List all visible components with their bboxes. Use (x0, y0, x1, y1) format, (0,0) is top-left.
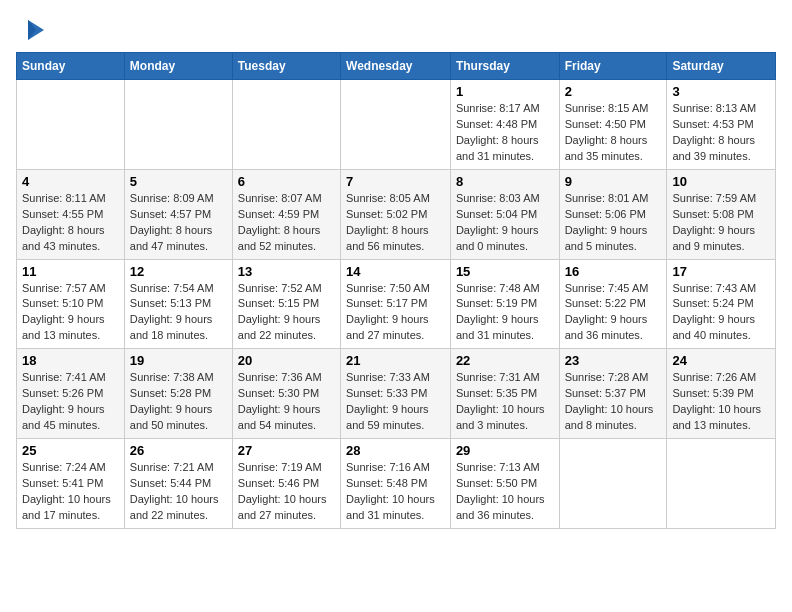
day-number: 9 (565, 174, 662, 189)
day-info: Sunrise: 7:45 AM Sunset: 5:22 PM Dayligh… (565, 281, 662, 345)
day-info: Sunrise: 7:28 AM Sunset: 5:37 PM Dayligh… (565, 370, 662, 434)
calendar-cell: 29Sunrise: 7:13 AM Sunset: 5:50 PM Dayli… (450, 439, 559, 529)
calendar-cell: 11Sunrise: 7:57 AM Sunset: 5:10 PM Dayli… (17, 259, 125, 349)
day-info: Sunrise: 8:17 AM Sunset: 4:48 PM Dayligh… (456, 101, 554, 165)
header-friday: Friday (559, 53, 667, 80)
day-number: 10 (672, 174, 770, 189)
day-number: 5 (130, 174, 227, 189)
day-number: 12 (130, 264, 227, 279)
day-info: Sunrise: 8:13 AM Sunset: 4:53 PM Dayligh… (672, 101, 770, 165)
calendar-cell: 21Sunrise: 7:33 AM Sunset: 5:33 PM Dayli… (341, 349, 451, 439)
calendar-cell: 10Sunrise: 7:59 AM Sunset: 5:08 PM Dayli… (667, 169, 776, 259)
day-number: 24 (672, 353, 770, 368)
day-number: 21 (346, 353, 445, 368)
day-number: 8 (456, 174, 554, 189)
calendar-cell: 18Sunrise: 7:41 AM Sunset: 5:26 PM Dayli… (17, 349, 125, 439)
calendar-cell: 26Sunrise: 7:21 AM Sunset: 5:44 PM Dayli… (124, 439, 232, 529)
calendar-cell: 22Sunrise: 7:31 AM Sunset: 5:35 PM Dayli… (450, 349, 559, 439)
calendar-cell: 27Sunrise: 7:19 AM Sunset: 5:46 PM Dayli… (232, 439, 340, 529)
day-info: Sunrise: 7:41 AM Sunset: 5:26 PM Dayligh… (22, 370, 119, 434)
day-number: 23 (565, 353, 662, 368)
calendar-cell (559, 439, 667, 529)
day-info: Sunrise: 7:54 AM Sunset: 5:13 PM Dayligh… (130, 281, 227, 345)
day-info: Sunrise: 7:16 AM Sunset: 5:48 PM Dayligh… (346, 460, 445, 524)
calendar-cell (232, 80, 340, 170)
calendar-cell: 9Sunrise: 8:01 AM Sunset: 5:06 PM Daylig… (559, 169, 667, 259)
logo-icon (18, 16, 46, 44)
day-number: 4 (22, 174, 119, 189)
day-info: Sunrise: 7:38 AM Sunset: 5:28 PM Dayligh… (130, 370, 227, 434)
week-row-1: 1Sunrise: 8:17 AM Sunset: 4:48 PM Daylig… (17, 80, 776, 170)
day-number: 19 (130, 353, 227, 368)
day-number: 14 (346, 264, 445, 279)
calendar-cell: 16Sunrise: 7:45 AM Sunset: 5:22 PM Dayli… (559, 259, 667, 349)
calendar-cell: 13Sunrise: 7:52 AM Sunset: 5:15 PM Dayli… (232, 259, 340, 349)
calendar-cell: 6Sunrise: 8:07 AM Sunset: 4:59 PM Daylig… (232, 169, 340, 259)
day-number: 18 (22, 353, 119, 368)
header-tuesday: Tuesday (232, 53, 340, 80)
day-info: Sunrise: 8:07 AM Sunset: 4:59 PM Dayligh… (238, 191, 335, 255)
day-number: 11 (22, 264, 119, 279)
calendar-cell: 15Sunrise: 7:48 AM Sunset: 5:19 PM Dayli… (450, 259, 559, 349)
day-info: Sunrise: 7:13 AM Sunset: 5:50 PM Dayligh… (456, 460, 554, 524)
day-number: 25 (22, 443, 119, 458)
day-info: Sunrise: 7:33 AM Sunset: 5:33 PM Dayligh… (346, 370, 445, 434)
day-info: Sunrise: 7:52 AM Sunset: 5:15 PM Dayligh… (238, 281, 335, 345)
week-row-5: 25Sunrise: 7:24 AM Sunset: 5:41 PM Dayli… (17, 439, 776, 529)
calendar-table: SundayMondayTuesdayWednesdayThursdayFrid… (16, 52, 776, 529)
logo (16, 16, 46, 44)
day-info: Sunrise: 8:05 AM Sunset: 5:02 PM Dayligh… (346, 191, 445, 255)
day-info: Sunrise: 8:01 AM Sunset: 5:06 PM Dayligh… (565, 191, 662, 255)
day-info: Sunrise: 7:19 AM Sunset: 5:46 PM Dayligh… (238, 460, 335, 524)
day-number: 13 (238, 264, 335, 279)
day-info: Sunrise: 7:43 AM Sunset: 5:24 PM Dayligh… (672, 281, 770, 345)
day-number: 15 (456, 264, 554, 279)
calendar-header-row: SundayMondayTuesdayWednesdayThursdayFrid… (17, 53, 776, 80)
day-number: 1 (456, 84, 554, 99)
header-wednesday: Wednesday (341, 53, 451, 80)
day-info: Sunrise: 7:26 AM Sunset: 5:39 PM Dayligh… (672, 370, 770, 434)
day-number: 22 (456, 353, 554, 368)
calendar-cell (341, 80, 451, 170)
calendar-cell: 14Sunrise: 7:50 AM Sunset: 5:17 PM Dayli… (341, 259, 451, 349)
day-number: 6 (238, 174, 335, 189)
day-info: Sunrise: 7:50 AM Sunset: 5:17 PM Dayligh… (346, 281, 445, 345)
calendar-cell: 2Sunrise: 8:15 AM Sunset: 4:50 PM Daylig… (559, 80, 667, 170)
calendar-cell (667, 439, 776, 529)
day-info: Sunrise: 8:09 AM Sunset: 4:57 PM Dayligh… (130, 191, 227, 255)
calendar-cell: 7Sunrise: 8:05 AM Sunset: 5:02 PM Daylig… (341, 169, 451, 259)
calendar-cell: 8Sunrise: 8:03 AM Sunset: 5:04 PM Daylig… (450, 169, 559, 259)
calendar-cell: 25Sunrise: 7:24 AM Sunset: 5:41 PM Dayli… (17, 439, 125, 529)
day-info: Sunrise: 7:59 AM Sunset: 5:08 PM Dayligh… (672, 191, 770, 255)
calendar-cell: 1Sunrise: 8:17 AM Sunset: 4:48 PM Daylig… (450, 80, 559, 170)
day-info: Sunrise: 7:21 AM Sunset: 5:44 PM Dayligh… (130, 460, 227, 524)
calendar-cell: 12Sunrise: 7:54 AM Sunset: 5:13 PM Dayli… (124, 259, 232, 349)
day-info: Sunrise: 8:11 AM Sunset: 4:55 PM Dayligh… (22, 191, 119, 255)
week-row-2: 4Sunrise: 8:11 AM Sunset: 4:55 PM Daylig… (17, 169, 776, 259)
day-number: 17 (672, 264, 770, 279)
calendar-cell: 28Sunrise: 7:16 AM Sunset: 5:48 PM Dayli… (341, 439, 451, 529)
day-info: Sunrise: 8:15 AM Sunset: 4:50 PM Dayligh… (565, 101, 662, 165)
day-number: 27 (238, 443, 335, 458)
calendar-cell: 4Sunrise: 8:11 AM Sunset: 4:55 PM Daylig… (17, 169, 125, 259)
calendar-cell: 23Sunrise: 7:28 AM Sunset: 5:37 PM Dayli… (559, 349, 667, 439)
calendar-cell: 17Sunrise: 7:43 AM Sunset: 5:24 PM Dayli… (667, 259, 776, 349)
calendar-cell: 5Sunrise: 8:09 AM Sunset: 4:57 PM Daylig… (124, 169, 232, 259)
day-number: 3 (672, 84, 770, 99)
header-sunday: Sunday (17, 53, 125, 80)
page-header (16, 16, 776, 44)
calendar-cell: 19Sunrise: 7:38 AM Sunset: 5:28 PM Dayli… (124, 349, 232, 439)
header-thursday: Thursday (450, 53, 559, 80)
day-info: Sunrise: 7:31 AM Sunset: 5:35 PM Dayligh… (456, 370, 554, 434)
day-number: 20 (238, 353, 335, 368)
calendar-cell (17, 80, 125, 170)
header-saturday: Saturday (667, 53, 776, 80)
day-info: Sunrise: 8:03 AM Sunset: 5:04 PM Dayligh… (456, 191, 554, 255)
day-info: Sunrise: 7:48 AM Sunset: 5:19 PM Dayligh… (456, 281, 554, 345)
week-row-4: 18Sunrise: 7:41 AM Sunset: 5:26 PM Dayli… (17, 349, 776, 439)
day-number: 7 (346, 174, 445, 189)
day-number: 16 (565, 264, 662, 279)
day-info: Sunrise: 7:24 AM Sunset: 5:41 PM Dayligh… (22, 460, 119, 524)
day-info: Sunrise: 7:57 AM Sunset: 5:10 PM Dayligh… (22, 281, 119, 345)
header-monday: Monday (124, 53, 232, 80)
